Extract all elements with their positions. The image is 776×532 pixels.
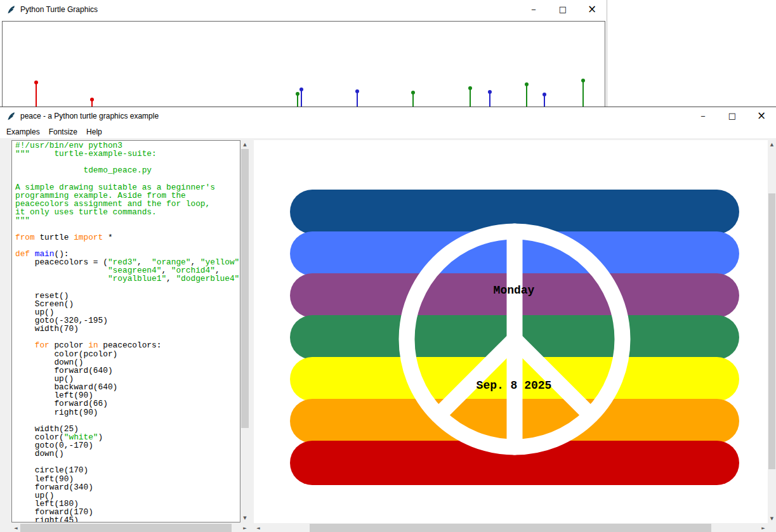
scrollbar-corner — [768, 523, 776, 532]
code-line: tdemo_peace.py — [15, 166, 240, 174]
menu-bar: ExamplesFontsizeHelp — [0, 125, 776, 138]
maximize-icon: □ — [559, 4, 567, 14]
code-editor[interactable]: #!/usr/bin/env python3""" turtle-example… — [11, 140, 240, 522]
scroll-left-icon[interactable]: ◄ — [11, 523, 20, 532]
code-line: "royalblue1", "dodgerblue4") — [15, 275, 240, 283]
maximize-button[interactable]: □ — [548, 0, 577, 19]
canvas-text-date: Sep. 8 2025 — [477, 379, 552, 392]
tree-top-dot — [468, 86, 472, 90]
minimize-icon: ─ — [701, 113, 705, 120]
code-vertical-scrollbar[interactable]: ▲ ▼ — [240, 140, 249, 522]
window-controls: ─ □ × — [688, 107, 776, 125]
tree-top-dot — [355, 89, 359, 93]
scroll-right-icon[interactable]: ► — [759, 523, 768, 532]
peace-symbol — [254, 140, 768, 523]
scroll-right-icon[interactable]: ► — [240, 523, 249, 532]
tree-stem — [297, 94, 298, 107]
tree-top-dot — [581, 79, 585, 82]
code-line: right(45) — [15, 516, 240, 522]
scrollbar-thumb[interactable] — [310, 524, 711, 532]
tree-top-dot — [90, 98, 94, 101]
canvas-text-weekday: Monday — [494, 284, 535, 297]
scrollbar-thumb[interactable] — [768, 193, 775, 469]
minimize-button[interactable]: ─ — [519, 0, 548, 19]
scroll-down-icon[interactable]: ▼ — [768, 514, 776, 523]
menu-help[interactable]: Help — [82, 126, 107, 138]
turtle-app-icon — [6, 5, 16, 15]
window-controls: ─ □ × — [519, 0, 607, 19]
tree-stem — [357, 91, 358, 107]
code-line: width(70) — [15, 325, 240, 333]
menu-fontsize[interactable]: Fontsize — [44, 126, 82, 138]
maximize-icon: □ — [728, 111, 736, 120]
tree-top-dot — [296, 92, 299, 96]
turtle-graphics-window-title: Python Turtle Graphics — [20, 5, 98, 14]
scroll-up-icon[interactable]: ▲ — [240, 140, 249, 149]
close-icon: × — [757, 109, 766, 122]
close-button[interactable]: × — [747, 107, 776, 125]
tree-stem — [36, 82, 37, 107]
tree-top-dot — [488, 90, 492, 94]
menu-examples[interactable]: Examples — [2, 126, 44, 138]
tree-top-dot — [411, 91, 415, 94]
code-line: from turtle import * — [15, 233, 240, 242]
close-icon: × — [588, 3, 596, 15]
tree-top-dot — [299, 88, 303, 91]
code-line: """ — [15, 216, 240, 224]
peace-window-title: peace - a Python turtle graphics example — [20, 112, 159, 120]
scroll-left-icon[interactable]: ◄ — [254, 523, 263, 532]
tree-top-dot — [525, 82, 529, 86]
tree-stem — [412, 93, 414, 107]
tree-stem — [582, 81, 584, 107]
code-line: right(90) — [15, 408, 240, 417]
code-line: """ turtle-example-suite: — [15, 150, 240, 158]
peace-window: peace - a Python turtle graphics example… — [0, 107, 776, 532]
scroll-down-icon[interactable]: ▼ — [240, 514, 249, 522]
tree-stem — [526, 84, 527, 107]
turtle-graphics-titlebar[interactable]: Python Turtle Graphics ─ □ × — [0, 0, 607, 19]
scroll-up-icon[interactable]: ▲ — [768, 140, 776, 149]
close-button[interactable]: × — [577, 0, 607, 19]
tree-stem — [470, 88, 471, 107]
peace-canvas: Monday Sep. 8 2025 — [254, 140, 768, 523]
code-line: it only uses turtle commands. — [15, 208, 240, 216]
canvas-vertical-scrollbar[interactable]: ▲ ▼ — [768, 140, 776, 523]
code-line: down() — [15, 450, 240, 458]
turtle-app-icon — [6, 112, 16, 121]
scrollbar-thumb[interactable] — [241, 149, 249, 428]
minimize-button[interactable]: ─ — [688, 107, 718, 125]
tree-stem — [301, 89, 302, 107]
tree-top-dot — [34, 81, 38, 84]
peace-titlebar[interactable]: peace - a Python turtle graphics example… — [0, 107, 776, 125]
maximize-button[interactable]: □ — [718, 107, 747, 125]
canvas-horizontal-scrollbar[interactable]: ◄ ► — [254, 523, 768, 532]
tree-stem — [489, 92, 490, 107]
scrollbar-thumb[interactable] — [20, 524, 232, 532]
minimize-icon: ─ — [532, 6, 536, 13]
code-horizontal-scrollbar[interactable]: ◄ ► — [11, 523, 249, 532]
code-text: #!/usr/bin/env python3""" turtle-example… — [15, 141, 240, 522]
tree-top-dot — [543, 93, 546, 96]
